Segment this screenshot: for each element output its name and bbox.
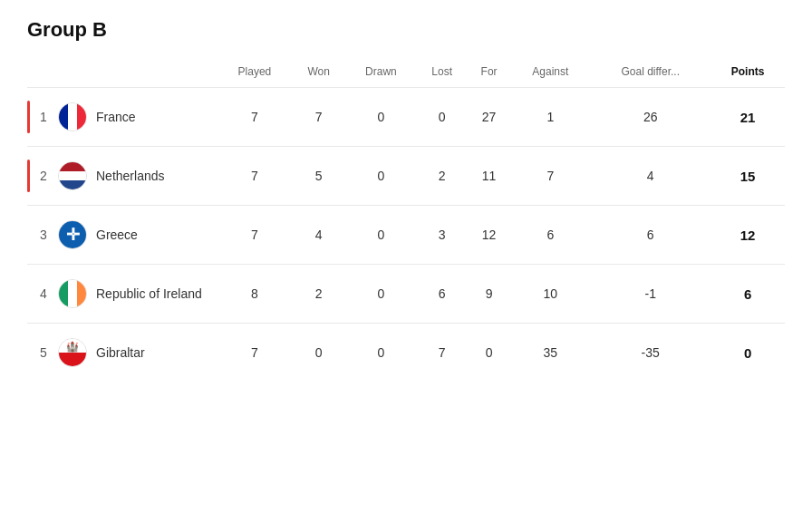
qualification-bar xyxy=(27,101,30,133)
flag-netherlands xyxy=(58,161,87,190)
team-name: France xyxy=(96,110,136,124)
goaldiff-cell: 4 xyxy=(590,147,710,206)
rank-number: 1 xyxy=(40,110,47,124)
won-cell: 4 xyxy=(292,206,345,265)
team-cell: 🏰 Gibraltar xyxy=(54,324,218,383)
col-lost: Lost xyxy=(417,60,468,88)
points-cell: 12 xyxy=(710,206,785,265)
col-points: Points xyxy=(710,60,785,88)
col-drawn: Drawn xyxy=(345,60,416,88)
col-goaldiff: Goal differ... xyxy=(590,60,710,88)
team-cell: France xyxy=(54,88,218,147)
against-cell: 10 xyxy=(510,265,590,324)
rank-cell: 1 xyxy=(27,88,54,147)
played-cell: 7 xyxy=(218,324,292,383)
table-row: 2 Netherlands 7 5 0 2 11 7 4 15 xyxy=(27,147,785,206)
drawn-cell: 0 xyxy=(345,206,416,265)
rank-cell: 4 xyxy=(27,265,54,324)
won-cell: 5 xyxy=(292,147,345,206)
won-cell: 0 xyxy=(292,324,345,383)
lost-cell: 2 xyxy=(417,147,468,206)
col-team xyxy=(54,60,218,88)
played-cell: 7 xyxy=(218,88,292,147)
team-name: Republic of Ireland xyxy=(96,286,202,301)
points-cell: 6 xyxy=(710,265,785,324)
against-cell: 7 xyxy=(510,147,590,206)
table-row: 4 Republic of Ireland 8 2 0 6 9 10 -1 6 xyxy=(27,265,785,324)
lost-cell: 3 xyxy=(417,206,468,265)
team-cell: ✛ Greece xyxy=(54,206,218,265)
team-name: Gibraltar xyxy=(96,345,145,360)
lost-cell: 7 xyxy=(417,324,468,383)
against-cell: 1 xyxy=(510,88,590,147)
rank-cell: 5 xyxy=(27,324,54,383)
col-against: Against xyxy=(510,60,590,88)
drawn-cell: 0 xyxy=(345,324,416,383)
for-cell: 9 xyxy=(468,265,511,324)
for-cell: 27 xyxy=(468,88,511,147)
played-cell: 8 xyxy=(218,265,292,324)
points-cell: 0 xyxy=(710,324,785,383)
team-cell: Netherlands xyxy=(54,147,218,206)
against-cell: 6 xyxy=(510,206,590,265)
rank-number: 4 xyxy=(40,286,47,301)
goaldiff-cell: -1 xyxy=(590,265,710,324)
for-cell: 12 xyxy=(468,206,511,265)
col-won: Won xyxy=(292,60,345,88)
flag-gibraltar: 🏰 xyxy=(58,338,87,367)
flag-ireland xyxy=(58,279,87,308)
points-cell: 15 xyxy=(710,147,785,206)
drawn-cell: 0 xyxy=(345,88,416,147)
table-row: 1 France 7 7 0 0 27 1 26 21 xyxy=(27,88,785,147)
played-cell: 7 xyxy=(218,206,292,265)
won-cell: 7 xyxy=(292,88,345,147)
qualification-bar xyxy=(27,160,30,192)
group-title: Group B xyxy=(27,18,785,42)
flag-france xyxy=(58,102,87,131)
col-rank xyxy=(27,60,54,88)
team-name: Netherlands xyxy=(96,169,165,183)
team-name: Greece xyxy=(96,228,138,242)
drawn-cell: 0 xyxy=(345,147,416,206)
goaldiff-cell: -35 xyxy=(590,324,710,383)
drawn-cell: 0 xyxy=(345,265,416,324)
for-cell: 11 xyxy=(468,147,511,206)
team-cell: Republic of Ireland xyxy=(54,265,218,324)
rank-number: 5 xyxy=(40,345,47,360)
col-for: For xyxy=(468,60,511,88)
lost-cell: 6 xyxy=(417,265,468,324)
goaldiff-cell: 6 xyxy=(590,206,710,265)
played-cell: 7 xyxy=(218,147,292,206)
against-cell: 35 xyxy=(510,324,590,383)
rank-cell: 3 xyxy=(27,206,54,265)
standings-table: Played Won Drawn Lost For Against Goal d… xyxy=(27,60,785,382)
points-cell: 21 xyxy=(710,88,785,147)
table-row: 3 ✛ Greece 7 4 0 3 12 6 6 12 xyxy=(27,206,785,265)
goaldiff-cell: 26 xyxy=(590,88,710,147)
flag-greece: ✛ xyxy=(58,220,87,249)
table-row: 5 🏰 Gibraltar 7 0 0 7 0 35 -35 0 xyxy=(27,324,785,383)
rank-number: 3 xyxy=(40,228,47,242)
for-cell: 0 xyxy=(468,324,511,383)
col-played: Played xyxy=(218,60,292,88)
rank-number: 2 xyxy=(40,169,47,183)
lost-cell: 0 xyxy=(417,88,468,147)
won-cell: 2 xyxy=(292,265,345,324)
rank-cell: 2 xyxy=(27,147,54,206)
